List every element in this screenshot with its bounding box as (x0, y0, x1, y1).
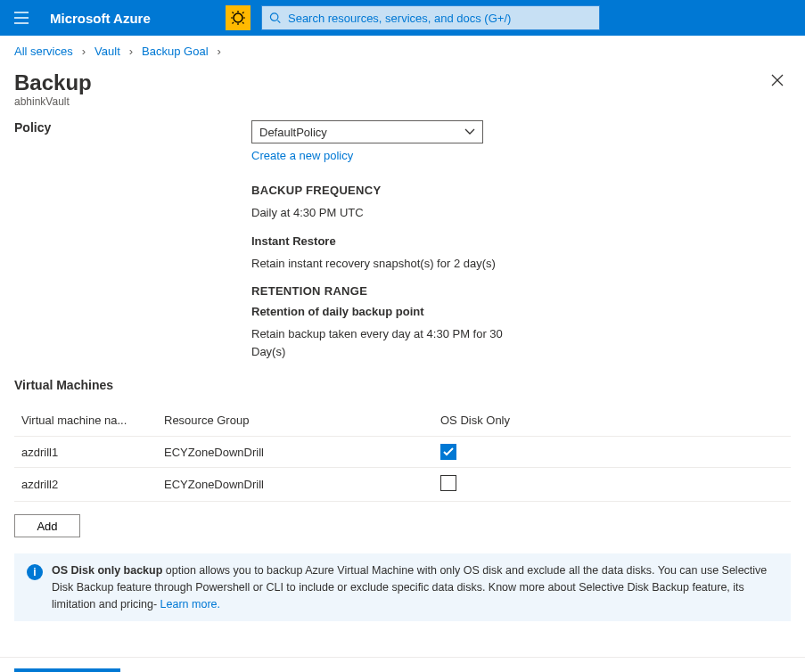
breadcrumb-vault[interactable]: Vault (94, 45, 120, 58)
svg-point-1 (270, 13, 277, 20)
global-search-box[interactable] (261, 5, 600, 30)
brand-label: Microsoft Azure (50, 11, 151, 26)
vm-rg-cell: ECYZoneDownDrill (157, 437, 433, 468)
vm-os-cell (433, 437, 791, 468)
breadcrumb-all-services[interactable]: All services (14, 45, 73, 58)
hamburger-icon (14, 12, 29, 24)
vm-table: Virtual machine na... Resource Group OS … (14, 405, 791, 502)
vm-name-cell: azdrill1 (14, 437, 157, 468)
col-header-rg: Resource Group (157, 405, 433, 437)
hamburger-menu-button[interactable] (7, 4, 36, 32)
breadcrumb-backup-goal[interactable]: Backup Goal (142, 45, 208, 58)
top-header: Microsoft Azure (0, 0, 805, 36)
bug-icon (231, 11, 245, 25)
page-title: Backup (14, 70, 92, 95)
col-header-name: Virtual machine na... (14, 405, 157, 437)
info-bold: OS Disk only backup (52, 564, 162, 577)
virtual-machines-heading: Virtual Machines (14, 378, 791, 392)
retention-text: Retain backup taken every day at 4:30 PM… (251, 325, 537, 360)
info-icon: i (27, 564, 43, 580)
chevron-down-icon (464, 128, 475, 135)
col-header-os: OS Disk Only (433, 405, 791, 437)
check-icon (443, 447, 454, 456)
policy-details: BACKUP FREQUENCY Daily at 4:30 PM UTC In… (251, 184, 537, 360)
retention-sub-heading: Retention of daily backup point (251, 305, 537, 318)
close-icon (771, 74, 784, 86)
backup-frequency-text: Daily at 4:30 PM UTC (251, 204, 537, 222)
add-vm-button[interactable]: Add (14, 514, 80, 537)
vault-name-label: abhinkVault (0, 95, 805, 108)
policy-dropdown[interactable]: DefaultPolicy (251, 120, 483, 143)
policy-selected-value: DefaultPolicy (259, 126, 327, 139)
chevron-right-icon: › (82, 45, 86, 58)
os-disk-only-checkbox[interactable] (440, 475, 456, 491)
instant-restore-heading: Instant Restore (251, 234, 537, 248)
table-row: azdrill1ECYZoneDownDrill (14, 437, 791, 468)
enable-backup-button[interactable]: Enable Backup (14, 668, 120, 672)
report-bug-button[interactable] (226, 5, 251, 30)
instant-restore-text: Retain instant recovery snapshot(s) for … (251, 255, 537, 273)
backup-frequency-heading: BACKUP FREQUENCY (251, 184, 537, 197)
table-row: azdrill2ECYZoneDownDrill (14, 468, 791, 502)
svg-point-0 (234, 13, 242, 22)
breadcrumb: All services › Vault › Backup Goal › (0, 36, 805, 67)
search-input[interactable] (288, 12, 592, 25)
vm-name-cell: azdrill2 (14, 468, 157, 502)
learn-more-link[interactable]: Learn more. (160, 598, 220, 611)
close-button[interactable] (764, 70, 791, 90)
retention-range-heading: RETENTION RANGE (251, 284, 537, 298)
vm-os-cell (433, 468, 791, 502)
info-banner: i OS Disk only backup option allows you … (14, 553, 791, 621)
chevron-right-icon: › (129, 45, 133, 58)
chevron-right-icon: › (218, 45, 221, 58)
os-disk-only-checkbox[interactable] (440, 444, 456, 460)
create-policy-link[interactable]: Create a new policy (251, 149, 353, 162)
search-icon (269, 12, 281, 24)
policy-field-label: Policy (14, 120, 237, 360)
vm-rg-cell: ECYZoneDownDrill (157, 468, 433, 502)
